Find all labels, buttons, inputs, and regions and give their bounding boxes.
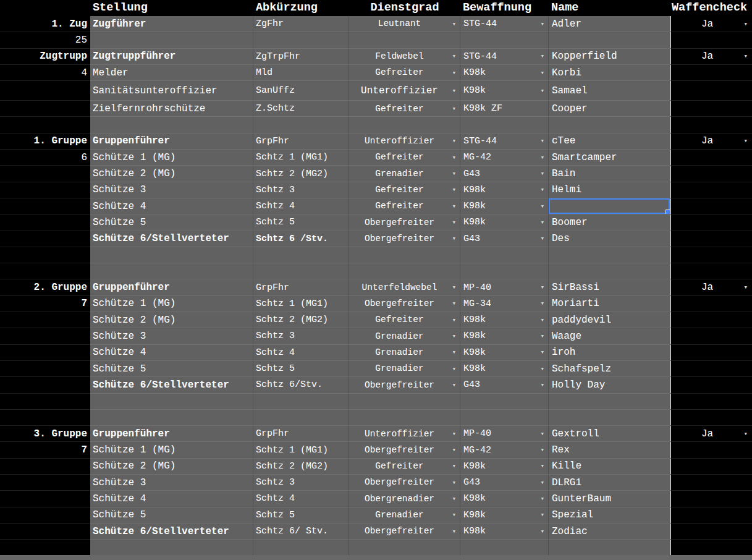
cell-name[interactable]: paddydevil: [549, 312, 670, 328]
cell-name[interactable]: Helmi: [549, 182, 670, 198]
cell-stellung[interactable]: Gruppenführer: [90, 134, 253, 150]
cell-waffencheck[interactable]: ▾: [670, 524, 752, 540]
cell-waffencheck[interactable]: Ja ▾: [670, 279, 752, 295]
cell-bewaffnung[interactable]: K98k ▾: [460, 491, 549, 507]
cell-dienstgrad[interactable]: Grenadier ▾: [349, 345, 460, 361]
dropdown-arrow-icon[interactable]: ▾: [452, 219, 456, 226]
cell-name[interactable]: [549, 410, 670, 426]
header-stellung[interactable]: Stellung: [90, 0, 253, 16]
cell-dienstgrad[interactable]: ▾: [349, 394, 460, 410]
cell-bewaffnung[interactable]: K98k ▾: [460, 182, 549, 198]
cell-name[interactable]: Zodiac: [549, 524, 670, 540]
dropdown-arrow-icon[interactable]: ▾: [540, 187, 544, 193]
cell-waffencheck[interactable]: Ja ▾: [670, 426, 752, 442]
cell-bewaffnung[interactable]: MP-40 ▾: [460, 279, 549, 295]
row-label[interactable]: [0, 117, 90, 133]
cell-stellung[interactable]: [90, 410, 253, 426]
cell-waffencheck[interactable]: ▾: [670, 540, 752, 556]
row-label[interactable]: 1. Gruppe: [0, 134, 90, 150]
cell-bewaffnung[interactable]: K98k ▾: [460, 361, 549, 377]
cell-name[interactable]: Spezial: [549, 507, 670, 524]
row-label[interactable]: [0, 101, 90, 117]
dropdown-arrow-icon[interactable]: ▾: [540, 463, 544, 470]
cell-bewaffnung[interactable]: ▾: [460, 247, 549, 263]
dropdown-arrow-icon[interactable]: ▾: [540, 53, 544, 60]
cell-abkuerzung[interactable]: Schtz 3: [253, 475, 349, 491]
dropdown-arrow-icon[interactable]: ▾: [452, 349, 456, 356]
cell-bewaffnung[interactable]: K98k ▾: [460, 328, 549, 344]
cell-bewaffnung[interactable]: K98k ▾: [460, 507, 549, 524]
cell-waffencheck[interactable]: ▾: [670, 117, 752, 133]
cell-name[interactable]: iroh: [549, 345, 670, 361]
dropdown-arrow-icon[interactable]: ▾: [452, 365, 456, 372]
cell-name[interactable]: Des: [549, 231, 670, 247]
dropdown-arrow-icon[interactable]: ▾: [452, 512, 456, 519]
row-label[interactable]: 3. Gruppe: [0, 426, 90, 442]
cell-bewaffnung[interactable]: G43 ▾: [460, 231, 549, 247]
cell-abkuerzung[interactable]: Schtz 6/ Stv.: [253, 524, 349, 540]
cell-name[interactable]: SirBassi: [549, 279, 670, 295]
cell-waffencheck[interactable]: ▾: [670, 32, 752, 48]
cell-bewaffnung[interactable]: STG-44 ▾: [460, 16, 549, 32]
cell-bewaffnung[interactable]: ▾: [460, 32, 549, 48]
cell-waffencheck[interactable]: Ja ▾: [670, 134, 752, 150]
cell-waffencheck[interactable]: ▾: [670, 296, 752, 312]
cell-bewaffnung[interactable]: ▾: [460, 394, 549, 410]
cell-name[interactable]: Samael: [549, 81, 670, 101]
dropdown-arrow-icon[interactable]: ▾: [452, 87, 456, 94]
row-label[interactable]: 25: [0, 32, 90, 48]
dropdown-arrow-icon[interactable]: ▾: [452, 528, 456, 535]
cell-stellung[interactable]: Schütze 1 (MG): [90, 150, 253, 166]
cell-abkuerzung[interactable]: Schtz 3: [253, 182, 349, 198]
cell-waffencheck[interactable]: Ja ▾: [670, 16, 752, 32]
cell-stellung[interactable]: Schütze 1 (MG): [90, 296, 253, 312]
cell-bewaffnung[interactable]: K98k ▾: [460, 65, 549, 81]
cell-abkuerzung[interactable]: Schtz 5: [253, 361, 349, 377]
cell-name[interactable]: Holly Day: [549, 377, 670, 393]
cell-waffencheck[interactable]: ▾: [670, 491, 752, 507]
cell-waffencheck[interactable]: ▾: [670, 328, 752, 344]
dropdown-arrow-icon[interactable]: ▾: [540, 333, 544, 339]
cell-abkuerzung[interactable]: Schtz 5: [253, 507, 349, 524]
row-label[interactable]: [0, 507, 90, 524]
cell-abkuerzung[interactable]: Mld: [253, 65, 349, 81]
row-label[interactable]: [0, 475, 90, 491]
cell-waffencheck[interactable]: ▾: [670, 507, 752, 524]
dropdown-arrow-icon[interactable]: ▾: [540, 203, 544, 210]
cell-waffencheck[interactable]: ▾: [670, 81, 752, 101]
cell-dienstgrad[interactable]: Unterfeldwebel ▾: [349, 279, 460, 295]
cell-stellung[interactable]: [90, 117, 253, 133]
dropdown-arrow-icon[interactable]: ▾: [540, 316, 544, 323]
dropdown-arrow-icon[interactable]: ▾: [452, 69, 456, 76]
cell-abkuerzung[interactable]: Schtz 4: [253, 345, 349, 361]
cell-name[interactable]: [549, 263, 670, 279]
cell-abkuerzung[interactable]: [253, 394, 349, 410]
cell-waffencheck[interactable]: ▾: [670, 198, 752, 214]
cell-waffencheck[interactable]: ▾: [670, 247, 752, 263]
cell-stellung[interactable]: [90, 394, 253, 410]
dropdown-arrow-icon[interactable]: ▾: [452, 479, 456, 486]
cell-name[interactable]: Gextroll: [549, 426, 670, 442]
cell-stellung[interactable]: Sanitätsunteroffizier: [90, 81, 253, 101]
row-label[interactable]: [0, 198, 90, 214]
cell-stellung[interactable]: Gruppenführer: [90, 426, 253, 442]
cell-dienstgrad[interactable]: Gefreiter ▾: [349, 459, 460, 475]
cell-name[interactable]: Bain: [549, 166, 670, 182]
cell-stellung[interactable]: Schütze 3: [90, 328, 253, 344]
cell-dienstgrad[interactable]: ▾: [349, 32, 460, 48]
cell-stellung[interactable]: Zugführer: [90, 16, 253, 32]
row-label[interactable]: [0, 459, 90, 475]
row-label[interactable]: [0, 247, 90, 263]
cell-waffencheck[interactable]: ▾: [670, 459, 752, 475]
cell-dienstgrad[interactable]: Gefreiter ▾: [349, 182, 460, 198]
row-label[interactable]: [0, 328, 90, 344]
cell-stellung[interactable]: [90, 263, 253, 279]
cell-bewaffnung[interactable]: K98k ▾: [460, 198, 549, 214]
row-label[interactable]: [0, 214, 90, 231]
cell-name[interactable]: [549, 394, 670, 410]
cell-stellung[interactable]: Zugtruppführer: [90, 49, 253, 65]
cell-dienstgrad[interactable]: Leutnant ▾: [349, 16, 460, 32]
cell-name[interactable]: [549, 117, 670, 133]
dropdown-arrow-icon[interactable]: ▾: [540, 87, 544, 94]
dropdown-arrow-icon[interactable]: ▾: [743, 138, 748, 145]
